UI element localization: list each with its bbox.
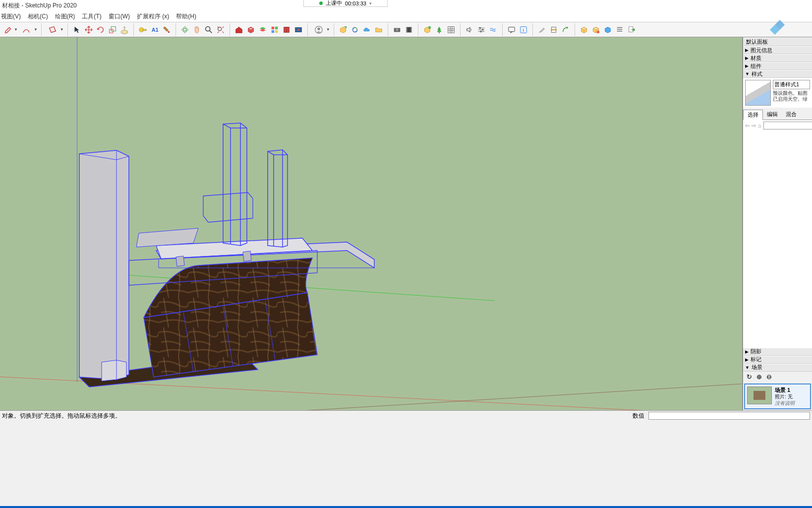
- svg-point-5: [168, 31, 170, 33]
- knife-icon[interactable]: [536, 24, 547, 35]
- rectangle-dropdown-icon[interactable]: [45, 24, 60, 35]
- menu-bar: 视图(V) 相机(C) 绘图(R) 工具(T) 窗口(W) 扩展程序 (x) 帮…: [0, 11, 812, 22]
- sliders-icon[interactable]: [476, 24, 487, 35]
- list-icon[interactable]: [614, 24, 625, 35]
- menu-window[interactable]: 窗口(W): [109, 12, 130, 21]
- book-icon[interactable]: [281, 24, 292, 35]
- model-3d[interactable]: [69, 119, 377, 389]
- curve-icon[interactable]: [560, 24, 571, 35]
- window-title: 材相接 - SketchUp Pro 2020: [2, 1, 77, 10]
- scene-item[interactable]: 场景 1 照片: 无 没有说明: [744, 383, 811, 409]
- scene-name: 场景 1: [775, 386, 795, 393]
- info-icon[interactable]: i: [518, 24, 529, 35]
- viewport[interactable]: ➤: [0, 37, 743, 410]
- orbit-icon[interactable]: [179, 24, 190, 35]
- style-tab-mix[interactable]: 混合: [782, 110, 801, 120]
- cube2-icon[interactable]: [590, 24, 601, 35]
- tray-section-shadow[interactable]: ▶阴影: [743, 348, 812, 356]
- menu-camera[interactable]: 相机(C): [28, 12, 48, 21]
- select-icon[interactable]: [71, 24, 82, 35]
- zoom-extents-icon[interactable]: [215, 24, 226, 35]
- tray-section-materials[interactable]: ▶材质: [743, 54, 812, 62]
- chat-icon[interactable]: [506, 24, 517, 35]
- text-icon[interactable]: A1: [149, 24, 160, 35]
- watermark-icon: [762, 20, 787, 40]
- svg-point-34: [479, 27, 481, 29]
- camera-icon[interactable]: [392, 24, 403, 35]
- tray-section-entity[interactable]: ▶图元信息: [743, 46, 812, 54]
- user-dropdown-icon[interactable]: [311, 24, 326, 35]
- svg-rect-14: [275, 30, 278, 32]
- scene-toolbar: ↻ ⊕ ⊖: [743, 372, 812, 382]
- rotate-icon[interactable]: [95, 24, 106, 35]
- style-thumbnail[interactable]: [745, 80, 771, 106]
- waves-icon[interactable]: [488, 24, 499, 35]
- sound-icon[interactable]: [464, 24, 475, 35]
- style-tab-edit[interactable]: 编辑: [763, 110, 782, 120]
- section-icon[interactable]: [548, 24, 559, 35]
- svg-rect-46: [629, 26, 633, 32]
- style-name-input[interactable]: 普通样式1: [773, 80, 810, 89]
- film-icon[interactable]: [404, 24, 414, 35]
- svg-rect-23: [410, 27, 411, 32]
- components-icon[interactable]: [245, 24, 256, 35]
- svg-point-6: [181, 28, 188, 31]
- cube3-icon[interactable]: [602, 24, 613, 35]
- move-icon[interactable]: [83, 24, 94, 35]
- refresh-icon[interactable]: [349, 24, 360, 35]
- style-preview: 普通样式1 预设颜色。贴图已启用天空。绿: [743, 78, 812, 108]
- scene-refresh-icon[interactable]: ↻: [745, 373, 753, 381]
- menu-help[interactable]: 帮助(H): [176, 12, 196, 21]
- chevron-down-icon[interactable]: ▾: [369, 1, 372, 6]
- pencil-dropdown-icon[interactable]: [3, 24, 14, 35]
- cloud-icon[interactable]: [361, 24, 372, 35]
- tray-section-tags[interactable]: ▶标记: [743, 356, 812, 364]
- style-path-input[interactable]: [763, 122, 812, 129]
- svg-point-36: [480, 30, 482, 32]
- status-bar: 对象。切换到扩充选择。拖动鼠标选择多项。 数值: [0, 410, 812, 421]
- folder-icon[interactable]: [373, 24, 384, 35]
- cube1-icon[interactable]: [579, 24, 589, 35]
- scale-icon[interactable]: [107, 24, 118, 35]
- box-arrow-icon[interactable]: [338, 24, 348, 35]
- svg-point-35: [482, 29, 484, 31]
- style-list-area[interactable]: [743, 131, 812, 348]
- recording-overlay[interactable]: 上课中 00:03:33 ▾: [303, 0, 388, 7]
- menu-extensions[interactable]: 扩展程序 (x): [137, 12, 169, 21]
- record-dot-icon: [319, 1, 323, 5]
- paint-icon[interactable]: [161, 24, 172, 35]
- svg-rect-22: [406, 27, 407, 32]
- svg-rect-12: [275, 26, 278, 29]
- arc-dropdown-icon[interactable]: [19, 24, 34, 35]
- zoom-icon[interactable]: [203, 24, 214, 35]
- menu-view[interactable]: 视图(V): [1, 12, 21, 21]
- menu-draw[interactable]: 绘图(R): [55, 12, 75, 21]
- grid-icon[interactable]: [446, 24, 457, 35]
- pan-icon[interactable]: [191, 24, 202, 35]
- new-box-icon[interactable]: [422, 24, 433, 35]
- svg-point-20: [396, 28, 398, 31]
- tray-section-components[interactable]: ▶组件: [743, 62, 812, 70]
- style-tab-select[interactable]: 选择: [743, 110, 763, 120]
- nav-back-icon[interactable]: ⇦: [745, 122, 750, 129]
- instructor-icon[interactable]: [293, 24, 304, 35]
- pushpull-icon[interactable]: [119, 24, 130, 35]
- layers-icon[interactable]: [257, 24, 268, 35]
- svg-point-42: [596, 30, 599, 33]
- scene-thumbnail: [747, 386, 772, 404]
- tray-section-scenes[interactable]: ▼场景: [743, 364, 812, 372]
- warehouse-icon[interactable]: [233, 24, 244, 35]
- nav-home-icon[interactable]: ⌂: [758, 122, 761, 129]
- svg-rect-11: [271, 26, 274, 29]
- tape-icon[interactable]: [137, 24, 148, 35]
- export-icon[interactable]: [626, 24, 637, 35]
- menu-tools[interactable]: 工具(T): [82, 12, 101, 21]
- scene-remove-icon[interactable]: ⊖: [765, 373, 773, 381]
- scene-add-icon[interactable]: ⊕: [755, 373, 763, 381]
- measurement-input[interactable]: [648, 412, 810, 420]
- tray-section-styles[interactable]: ▼样式: [743, 70, 812, 78]
- nav-forward-icon[interactable]: ⇨: [752, 122, 756, 129]
- svg-point-16: [297, 29, 299, 31]
- tree-icon[interactable]: [434, 24, 445, 35]
- styles-icon[interactable]: [269, 24, 280, 35]
